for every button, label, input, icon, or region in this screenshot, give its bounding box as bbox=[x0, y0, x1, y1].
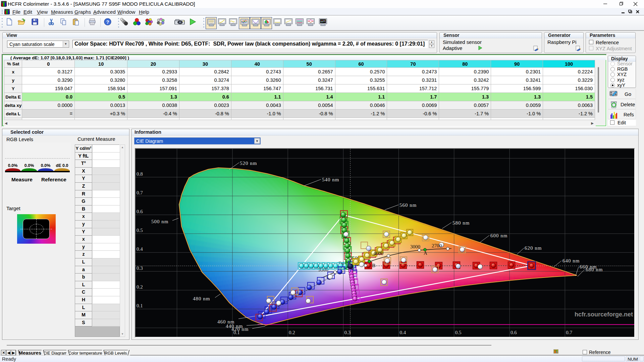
svg-text:0.5: 0.5 bbox=[455, 330, 462, 335]
svg-text:0.3: 0.3 bbox=[344, 330, 351, 335]
svg-text:0.7: 0.7 bbox=[137, 190, 143, 195]
svg-text:hcfr.sourceforge.net: hcfr.sourceforge.net bbox=[575, 311, 633, 318]
svg-text:0.2: 0.2 bbox=[137, 284, 143, 290]
svg-text:680 nm: 680 nm bbox=[586, 267, 603, 272]
svg-text:0.2: 0.2 bbox=[289, 330, 295, 335]
svg-text:520 nm: 520 nm bbox=[240, 161, 257, 166]
svg-text:620 nm: 620 nm bbox=[525, 245, 542, 251]
svg-text:0.6: 0.6 bbox=[511, 330, 517, 335]
svg-text:3000: 3000 bbox=[410, 244, 420, 249]
svg-text:560 nm: 560 nm bbox=[399, 202, 417, 208]
svg-text:?: ? bbox=[106, 19, 109, 25]
svg-text:0.4: 0.4 bbox=[137, 246, 143, 252]
svg-text:0.3: 0.3 bbox=[137, 265, 143, 271]
svg-text:B: B bbox=[372, 263, 376, 268]
svg-text:580 nm: 580 nm bbox=[452, 220, 470, 226]
svg-text:2700: 2700 bbox=[432, 243, 442, 248]
svg-text:4000: 4000 bbox=[373, 251, 383, 256]
svg-text:0.5: 0.5 bbox=[137, 228, 143, 233]
svg-text:A: A bbox=[424, 250, 427, 256]
svg-text:0.7: 0.7 bbox=[566, 330, 572, 335]
svg-text:0.1: 0.1 bbox=[233, 330, 240, 335]
svg-text:0.8: 0.8 bbox=[137, 171, 143, 177]
svg-text:600 nm: 600 nm bbox=[490, 233, 507, 238]
svg-text:0.6: 0.6 bbox=[137, 209, 143, 214]
svg-text:540 nm: 540 nm bbox=[322, 177, 339, 182]
svg-text:500 nm: 500 nm bbox=[151, 219, 168, 224]
svg-text:640 nm: 640 nm bbox=[562, 258, 580, 263]
svg-text:0.1: 0.1 bbox=[137, 303, 143, 308]
svg-text:480 nm: 480 nm bbox=[193, 296, 210, 301]
svg-text:0.4: 0.4 bbox=[400, 330, 406, 335]
